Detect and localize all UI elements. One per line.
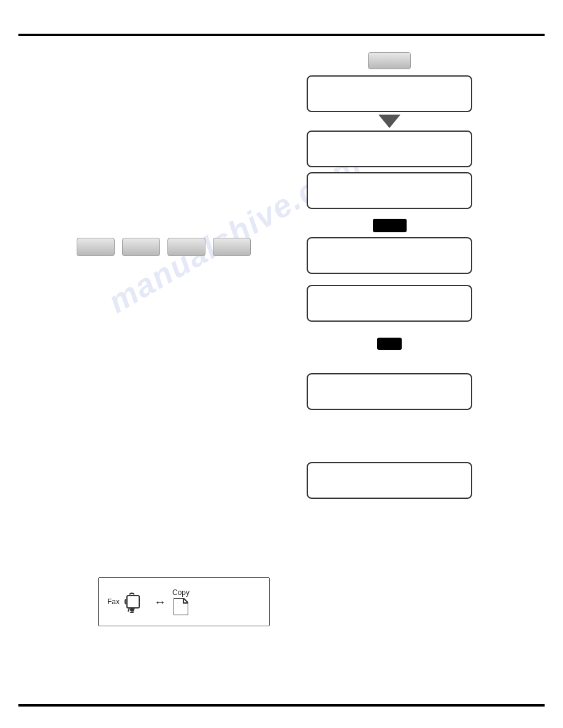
key-button-1[interactable] <box>77 238 115 256</box>
bottom-border <box>18 704 545 707</box>
arrow-lr-icon: ↔ <box>154 595 166 609</box>
key-button-4[interactable] <box>213 238 251 256</box>
flow-box-6 <box>307 373 472 410</box>
copy-document-icon <box>174 598 188 615</box>
svg-marker-4 <box>174 598 188 615</box>
flow-arrow-1 <box>378 115 400 128</box>
flow-box-2 <box>307 131 472 167</box>
fax-label: Fax <box>107 597 120 606</box>
flow-box-7 <box>307 462 472 499</box>
flow-box-4 <box>307 237 472 274</box>
top-border <box>18 34 545 36</box>
flow-box-3 <box>307 172 472 209</box>
black-pill-2 <box>377 338 402 350</box>
flow-box-5 <box>307 285 472 322</box>
black-pill-1 <box>373 219 407 232</box>
copy-icon-box: Fax ↔ Copy <box>98 577 270 626</box>
key-button-2[interactable] <box>122 238 160 256</box>
svg-rect-0 <box>127 596 139 608</box>
svg-point-3 <box>130 608 134 612</box>
left-button-group <box>77 238 251 256</box>
flow-box-1 <box>307 75 472 112</box>
fax-phone-icon <box>124 591 148 613</box>
flow-diagram <box>301 46 478 499</box>
copy-label: Copy <box>172 588 190 597</box>
flow-start-button[interactable] <box>368 52 411 69</box>
key-button-3[interactable] <box>167 238 205 256</box>
copy-side: Copy <box>172 588 190 615</box>
fax-icon-group: Fax <box>107 591 148 613</box>
